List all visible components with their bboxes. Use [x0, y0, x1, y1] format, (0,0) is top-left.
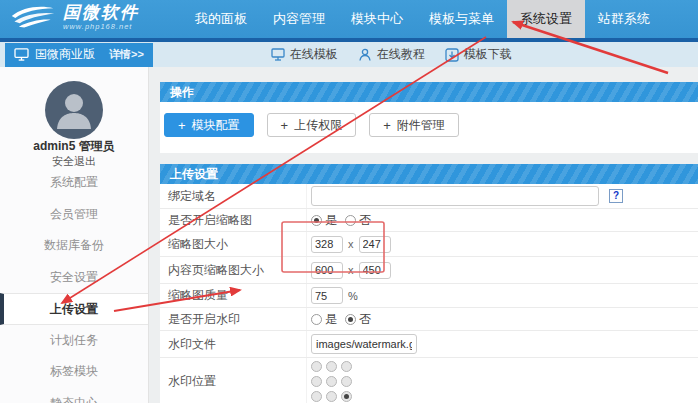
- form-row-thumbnail-enable: 是否开启缩略图是否: [160, 209, 698, 232]
- thumbnail-enable-radio-yes[interactable]: [311, 215, 322, 226]
- sidebar-item-scheduled-tasks[interactable]: 计划任务: [0, 325, 148, 357]
- watermark-enable-radio-no[interactable]: [345, 314, 356, 325]
- tab-my-panel[interactable]: 我的面板: [182, 0, 260, 38]
- sidebar-item-member-manage[interactable]: 会员管理: [0, 199, 148, 231]
- logo-subtitle: www.php168.net: [63, 22, 139, 31]
- top-nav: 我的面板内容管理模块中心模板与菜单系统设置站群系统: [182, 0, 663, 38]
- plus-icon: +: [281, 119, 289, 132]
- sidebar-item-upload-settings[interactable]: 上传设置: [0, 293, 148, 325]
- main-content: 操作 +模块配置+上传权限+附件管理 上传设置 绑定域名?是否开启缩略图是否缩略…: [160, 82, 698, 403]
- form-label-watermark-enable: 是否开启水印: [160, 308, 307, 330]
- upload-settings-form: 绑定域名?是否开启缩略图是否缩略图大小x内容页缩略图大小x缩略图质量%是否开启水…: [160, 184, 698, 403]
- help-icon[interactable]: ?: [609, 189, 623, 203]
- sidebar: admin5 管理员 安全退出 系统配置会员管理数据库备份安全设置上传设置计划任…: [0, 67, 149, 403]
- watermark-position-radio-r1c0[interactable]: [311, 376, 322, 387]
- button-label: 上传权限: [294, 114, 342, 136]
- thumbnail-quality-input[interactable]: [311, 287, 343, 304]
- watermark-position-radio-r2c1[interactable]: [326, 391, 337, 402]
- radio-label: 否: [359, 311, 371, 328]
- bind-domain-input[interactable]: [311, 186, 599, 206]
- watermark-position-grid: [311, 361, 352, 402]
- form-field-thumbnail-quality: %: [307, 287, 358, 304]
- form-row-watermark-position: 水印位置: [160, 358, 698, 403]
- form-field-thumbnail-size: x: [307, 236, 391, 253]
- monitor-icon: [271, 48, 285, 62]
- sidebar-item-db-backup[interactable]: 数据库备份: [0, 230, 148, 262]
- watermark-position-radio-r1c1[interactable]: [326, 376, 337, 387]
- content-thumbnail-size-height-input[interactable]: [359, 262, 391, 279]
- plus-icon: +: [383, 119, 391, 132]
- user-icon: [45, 81, 103, 139]
- sidebar-item-tag-module[interactable]: 标签模块: [0, 356, 148, 388]
- form-row-content-thumbnail-size: 内容页缩略图大小x: [160, 257, 698, 284]
- form-row-thumbnail-size: 缩略图大小x: [160, 232, 698, 257]
- thumbnail-size-width-input[interactable]: [311, 236, 343, 253]
- watermark-position-radio-r2c0[interactable]: [311, 391, 322, 402]
- tab-template-menu[interactable]: 模板与菜单: [416, 0, 507, 38]
- watermark-file-input[interactable]: [311, 334, 417, 354]
- form-label-watermark-position: 水印位置: [160, 358, 307, 403]
- grid-row: [311, 376, 352, 387]
- detail-link[interactable]: 详情>>: [109, 47, 144, 62]
- form-field-content-thumbnail-size: x: [307, 262, 391, 279]
- top-header: 国微软件 www.php168.net 我的面板内容管理模块中心模板与菜单系统设…: [0, 0, 698, 38]
- thumbnail-size-height-input[interactable]: [359, 236, 391, 253]
- content-thumbnail-size-width-input[interactable]: [311, 262, 343, 279]
- tab-system-settings[interactable]: 系统设置: [507, 0, 585, 38]
- watermark-position-radio-r0c0[interactable]: [311, 361, 322, 372]
- logo-swoosh-icon: [10, 3, 56, 31]
- form-section-title: 上传设置: [160, 164, 698, 184]
- subbar-links: 在线模板在线教程模板下载: [271, 46, 512, 63]
- form-field-watermark-position: [307, 361, 352, 402]
- ops-section-title: 操作: [160, 82, 698, 102]
- subbar-link-online-tutorial[interactable]: 在线教程: [358, 46, 425, 63]
- form-label-content-thumbnail-size: 内容页缩略图大小: [160, 257, 307, 283]
- tab-content-manage[interactable]: 内容管理: [260, 0, 338, 38]
- form-row-thumbnail-quality: 缩略图质量%: [160, 284, 698, 308]
- attachment-manage-button[interactable]: +附件管理: [369, 113, 459, 137]
- username: admin5 管理员: [0, 138, 148, 155]
- watermark-position-radio-r0c2[interactable]: [341, 361, 352, 372]
- upload-permission-button[interactable]: +上传权限: [267, 113, 357, 137]
- form-label-thumbnail-quality: 缩略图质量: [160, 284, 307, 307]
- subbar: 国微商业版 详情>> 在线模板在线教程模板下载: [0, 42, 698, 67]
- ops-section: 操作 +模块配置+上传权限+附件管理: [160, 82, 698, 153]
- form-label-thumbnail-enable: 是否开启缩略图: [160, 209, 307, 231]
- form-label-watermark-file: 水印文件: [160, 331, 307, 357]
- edition-button[interactable]: 国微商业版 详情>>: [5, 43, 153, 67]
- form-row-watermark-enable: 是否开启水印是否: [160, 308, 698, 331]
- plus-icon: +: [178, 119, 186, 132]
- monitor-icon: [14, 48, 29, 61]
- subbar-link-label: 在线教程: [377, 46, 425, 63]
- sidebar-item-security-settings[interactable]: 安全设置: [0, 262, 148, 294]
- sidebar-item-partial-item[interactable]: 静态中心: [0, 388, 148, 403]
- watermark-position-radio-r1c2[interactable]: [341, 376, 352, 387]
- subbar-link-label: 在线模板: [290, 46, 338, 63]
- size-separator: x: [348, 238, 354, 250]
- subbar-link-label: 模板下载: [464, 46, 512, 63]
- watermark-enable-radio-yes[interactable]: [311, 314, 322, 325]
- module-config-button[interactable]: +模块配置: [164, 113, 254, 137]
- subbar-link-template-download[interactable]: 模板下载: [445, 46, 512, 63]
- form-row-bind-domain: 绑定域名?: [160, 184, 698, 209]
- upload-settings-section: 上传设置 绑定域名?是否开启缩略图是否缩略图大小x内容页缩略图大小x缩略图质量%…: [160, 164, 698, 403]
- radio-label: 否: [359, 212, 371, 229]
- watermark-position-radio-r2c2[interactable]: [341, 391, 352, 402]
- radio-label: 是: [325, 311, 337, 328]
- avatar[interactable]: [45, 81, 103, 139]
- edition-label: 国微商业版: [35, 46, 95, 63]
- tab-module-center[interactable]: 模块中心: [338, 0, 416, 38]
- watermark-position-radio-r0c1[interactable]: [326, 361, 337, 372]
- subbar-link-online-template[interactable]: 在线模板: [271, 46, 338, 63]
- thumbnail-enable-radio-no[interactable]: [345, 215, 356, 226]
- button-label: 模块配置: [192, 114, 240, 136]
- ops-buttons: +模块配置+上传权限+附件管理: [160, 102, 698, 153]
- unit-suffix: %: [348, 290, 358, 302]
- person-icon: [358, 48, 372, 62]
- sidebar-item-system-config[interactable]: 系统配置: [0, 167, 148, 199]
- form-label-thumbnail-size: 缩略图大小: [160, 232, 307, 256]
- logo: 国微软件 www.php168.net: [10, 3, 139, 31]
- radio-label: 是: [325, 212, 337, 229]
- tab-site-group[interactable]: 站群系统: [585, 0, 663, 38]
- download-icon: [445, 48, 459, 62]
